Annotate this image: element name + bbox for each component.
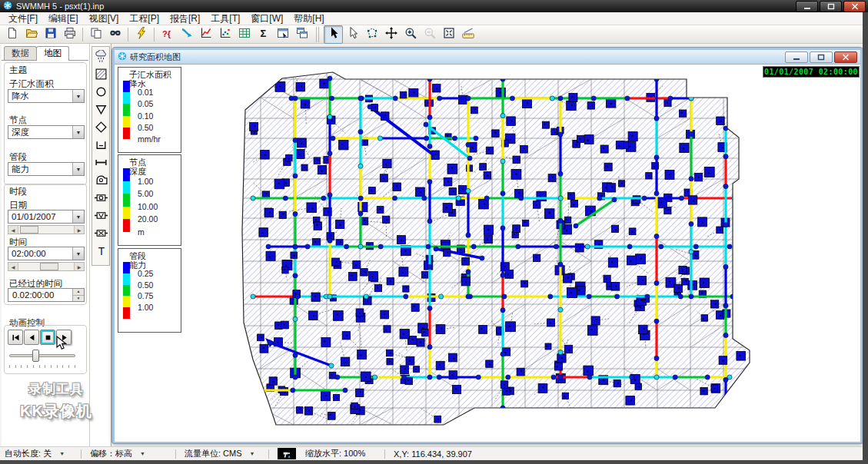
add-rain-gauge-button[interactable] bbox=[93, 48, 108, 65]
table-button[interactable] bbox=[234, 25, 254, 44]
chevron-down-icon[interactable]: ▼ bbox=[59, 451, 65, 456]
time-slider[interactable]: ◀ ▶ bbox=[8, 262, 85, 271]
elapsed-time-field[interactable]: 0.02:00:00 ▲ ▼ bbox=[8, 288, 85, 302]
zoom-full-extent-button[interactable] bbox=[439, 25, 458, 44]
statistics-button[interactable]: Σ bbox=[254, 25, 273, 44]
open-button[interactable] bbox=[22, 25, 41, 44]
subcatchment-theme-select[interactable]: 降水▼ bbox=[8, 89, 85, 103]
slider-right-icon[interactable]: ▶ bbox=[74, 263, 84, 270]
spin-up-icon[interactable]: ▲ bbox=[73, 289, 84, 296]
maximize-button[interactable] bbox=[820, 1, 842, 12]
slider-right-icon[interactable]: ▶ bbox=[74, 226, 84, 234]
animation-speed-thumb[interactable] bbox=[32, 350, 39, 362]
add-weir-button[interactable] bbox=[93, 207, 108, 224]
theme-title: 主题 bbox=[9, 65, 27, 76]
status-auto-length[interactable]: 自动长度: 关▼ bbox=[0, 448, 77, 460]
add-junction-button[interactable] bbox=[93, 84, 108, 100]
zoom-out-button[interactable] bbox=[420, 25, 439, 44]
run-button[interactable] bbox=[131, 25, 151, 44]
copy-button[interactable] bbox=[86, 25, 105, 44]
status-offsets[interactable]: 偏移：标高▼ bbox=[85, 448, 171, 460]
link-theme-select[interactable]: 能力▼ bbox=[8, 162, 85, 176]
menu-item-2[interactable]: 视图[V] bbox=[84, 12, 125, 25]
menu-item-7[interactable]: 帮助[H] bbox=[288, 12, 329, 25]
new-button[interactable] bbox=[2, 25, 22, 44]
legend-value: 0.75 bbox=[138, 291, 153, 300]
minimize-button[interactable] bbox=[796, 1, 818, 12]
profile-plot-button[interactable] bbox=[177, 25, 196, 44]
select-region-button[interactable] bbox=[362, 25, 381, 44]
select-vertex-button[interactable] bbox=[343, 25, 362, 44]
node-theme-select[interactable]: 深度▼ bbox=[8, 125, 85, 139]
query-button[interactable]: ?{ bbox=[158, 25, 177, 44]
find-button[interactable] bbox=[105, 25, 125, 44]
add-outlet-button[interactable] bbox=[93, 225, 108, 241]
add-conduit-button[interactable] bbox=[93, 154, 108, 171]
time-series-plot-button[interactable] bbox=[196, 25, 215, 44]
print-button[interactable] bbox=[60, 25, 79, 44]
chevron-down-icon[interactable]: ▼ bbox=[140, 451, 145, 456]
pan-button[interactable] bbox=[381, 25, 401, 44]
chevron-down-icon[interactable]: ▼ bbox=[72, 126, 84, 138]
tab-map[interactable]: 地图 bbox=[36, 46, 69, 61]
spin-down-icon[interactable]: ▼ bbox=[73, 296, 84, 302]
animation-back-button[interactable] bbox=[24, 330, 39, 345]
select-button[interactable] bbox=[324, 25, 343, 44]
animation-stop-button[interactable] bbox=[40, 330, 55, 345]
menu-item-3[interactable]: 工程[P] bbox=[124, 12, 165, 25]
map-canvas-area: 子汇水面积降水0.010.050.100.50mm/hr节点深度1.005.00… bbox=[115, 65, 860, 442]
legend-color-swatch bbox=[123, 168, 130, 181]
add-storage-unit-button[interactable] bbox=[93, 137, 108, 153]
date-slider[interactable]: ◀ ▶ bbox=[8, 225, 85, 234]
slider-left-icon[interactable]: ◀ bbox=[8, 226, 18, 234]
add-label-button[interactable]: T bbox=[93, 243, 108, 259]
chevron-down-icon[interactable]: ▼ bbox=[72, 210, 84, 223]
tab-data[interactable]: 数据 bbox=[4, 46, 37, 61]
chevron-down-icon[interactable]: ▼ bbox=[72, 163, 84, 175]
animation-play-button[interactable] bbox=[56, 330, 72, 345]
add-pump-button[interactable] bbox=[93, 172, 108, 188]
options-button[interactable] bbox=[273, 25, 292, 44]
status-zoom-level: 缩放水平: 100% bbox=[301, 448, 381, 460]
add-divider-button[interactable] bbox=[93, 119, 108, 135]
date-slider-thumb[interactable] bbox=[20, 226, 38, 234]
save-button[interactable] bbox=[41, 25, 60, 44]
menu-item-4[interactable]: 报告[R] bbox=[165, 12, 205, 25]
scatter-plot-button[interactable] bbox=[215, 25, 234, 44]
chevron-down-icon[interactable]: ▼ bbox=[72, 247, 84, 260]
menu-item-6[interactable]: 窗口[W] bbox=[245, 12, 288, 25]
legend-color-swatch bbox=[123, 181, 130, 194]
legend-color-swatch bbox=[123, 296, 130, 307]
window-cascade-button[interactable] bbox=[292, 25, 311, 44]
map-minimize-button[interactable] bbox=[785, 51, 808, 63]
slider-left-icon[interactable]: ◀ bbox=[8, 263, 18, 270]
time-slider-track[interactable] bbox=[18, 263, 74, 270]
zoom-in-button[interactable] bbox=[401, 25, 420, 44]
status-flow-units[interactable]: 流量单位: CMS▼ bbox=[180, 448, 264, 460]
legend-color-swatch bbox=[123, 307, 130, 319]
chevron-down-icon[interactable]: ▼ bbox=[250, 451, 255, 456]
add-orifice-button[interactable] bbox=[93, 190, 108, 206]
object-toolbar: T bbox=[91, 46, 110, 266]
menu-item-5[interactable]: 工具[T] bbox=[205, 12, 245, 25]
chevron-down-icon[interactable]: ▼ bbox=[72, 90, 84, 102]
add-subcatchment-button[interactable] bbox=[93, 66, 108, 82]
map-close-button[interactable] bbox=[834, 51, 857, 63]
select-icon bbox=[328, 27, 340, 41]
animation-first-button[interactable] bbox=[8, 330, 23, 345]
legend-color-swatch bbox=[123, 116, 130, 128]
print-icon bbox=[64, 27, 76, 41]
menu-item-1[interactable]: 编辑[E] bbox=[43, 12, 84, 25]
date-slider-track[interactable] bbox=[18, 226, 74, 234]
time-slider-thumb[interactable] bbox=[40, 263, 58, 270]
study-area-map[interactable] bbox=[115, 65, 860, 442]
map-maximize-button[interactable] bbox=[810, 51, 833, 63]
desktop-edge bbox=[863, 12, 868, 460]
add-outfall-button[interactable] bbox=[93, 101, 108, 118]
animation-speed-track[interactable] bbox=[9, 354, 75, 357]
close-button[interactable] bbox=[843, 1, 866, 12]
date-select[interactable]: 01/01/2007 ▼ bbox=[8, 210, 85, 224]
time-select[interactable]: 02:00:00 ▼ bbox=[8, 247, 85, 260]
measure-button[interactable] bbox=[458, 25, 477, 44]
menu-item-0[interactable]: 文件[F] bbox=[3, 12, 43, 25]
